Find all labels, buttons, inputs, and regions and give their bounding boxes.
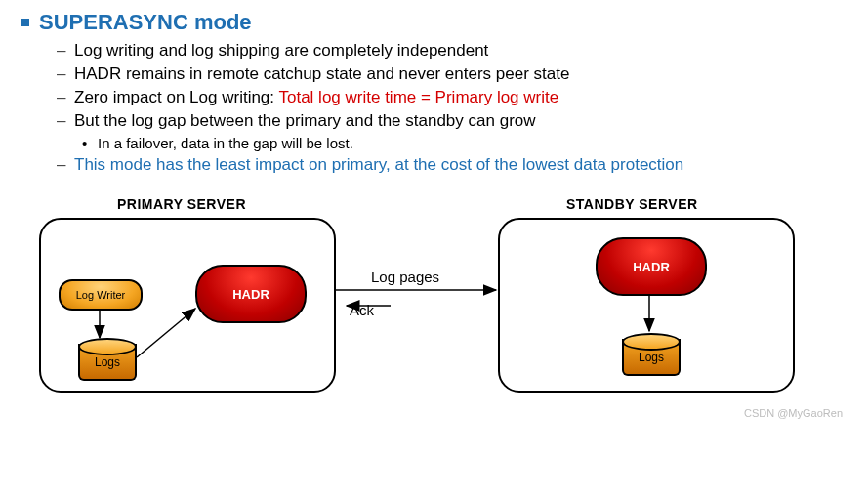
- list-text-highlight: This mode has the least impact on primar…: [74, 155, 683, 175]
- title-bullet-icon: [21, 19, 29, 26]
- list-item: – But the log gap between the primary an…: [57, 111, 848, 131]
- sub-list-text: In a failover, data in the gap will be l…: [98, 135, 353, 151]
- svg-line-1: [137, 309, 195, 357]
- watermark: CSDN @MyGaoRen: [744, 407, 843, 419]
- list-item: – HADR remains in remote catchup state a…: [57, 64, 848, 84]
- list-text: HADR remains in remote catchup state and…: [74, 64, 569, 84]
- list-text: But the log gap between the primary and …: [74, 111, 536, 131]
- list-text: Zero impact on Log writing: Total log wr…: [74, 88, 558, 107]
- list-item: – Zero impact on Log writing: Total log …: [57, 88, 848, 107]
- list-item: – Log writing and log shipping are compl…: [57, 41, 848, 61]
- page-title: SUPERASYNC mode: [39, 10, 252, 35]
- sub-list-item: • In a failover, data in the gap will be…: [82, 135, 848, 151]
- equation-text: Total log write time = Primary log write: [278, 88, 558, 106]
- list-item: – This mode has the least impact on prim…: [57, 155, 848, 175]
- architecture-diagram: PRIMARY SERVER STANDBY SERVER Log Writer…: [20, 196, 848, 421]
- list-text: Log writing and log shipping are complet…: [74, 41, 488, 61]
- diagram-arrows: [20, 196, 820, 421]
- bullet-list: – Log writing and log shipping are compl…: [57, 41, 848, 175]
